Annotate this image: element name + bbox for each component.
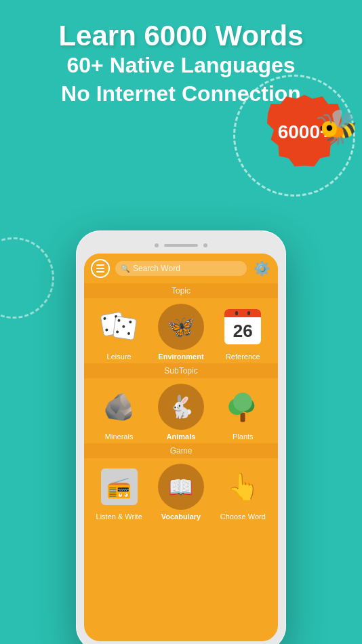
topic-item-environment[interactable]: 🦋 Environment xyxy=(154,304,208,361)
animals-label: Animals xyxy=(167,432,196,441)
topic-item-leisure[interactable]: Leisure xyxy=(92,304,146,361)
listen-write-icon-bg: 📻 xyxy=(96,464,142,510)
phone-topbar: 🔍 Search Word ⚙️ xyxy=(84,254,278,283)
topic-grid: Leisure 🦋 Environment xyxy=(84,298,278,363)
topic-section-label: Topic xyxy=(84,283,278,298)
topic-item-choose-word[interactable]: 👆 Choose Word xyxy=(216,464,270,521)
calendar-ring-left xyxy=(235,311,238,315)
camera-dot-right xyxy=(203,243,207,247)
menu-button[interactable] xyxy=(91,259,110,278)
speaker-bar xyxy=(164,244,198,247)
headline-title: Learn 6000 Words xyxy=(0,20,362,52)
vocabulary-icon-bg: 📖 xyxy=(158,464,204,510)
calendar-number: 26 xyxy=(224,317,261,344)
leisure-icon-bg xyxy=(96,304,142,350)
topic-item-plants[interactable]: Plants xyxy=(216,384,270,441)
camera-dot xyxy=(155,243,159,247)
topic-item-minerals[interactable]: 🪨 Minerals xyxy=(92,384,146,441)
subtopic-section-label: SubTopic xyxy=(84,363,278,378)
phone-screen: 🔍 Search Word ⚙️ Topic xyxy=(84,254,278,641)
stones-icon: 🪨 xyxy=(103,392,135,422)
choose-word-icon-bg: 👆 xyxy=(220,464,266,510)
environment-label: Environment xyxy=(158,353,203,361)
svg-rect-0 xyxy=(241,413,245,422)
plants-label: Plants xyxy=(233,432,254,441)
topic-item-vocabulary[interactable]: 📖 Vocabulary xyxy=(154,464,208,521)
search-icon: 🔍 xyxy=(121,264,130,273)
vocabulary-label: Vocabulary xyxy=(161,512,201,521)
butterfly-icon: 🦋 xyxy=(167,314,195,340)
game-section-label: Game xyxy=(84,443,278,458)
reference-label: Reference xyxy=(226,353,260,361)
book-icon: 📖 xyxy=(168,475,193,499)
settings-button[interactable]: ⚙️ xyxy=(252,259,271,278)
minerals-label: Minerals xyxy=(105,432,134,441)
leisure-label: Leisure xyxy=(107,353,132,361)
phone-mockup: 🔍 Search Word ⚙️ Topic xyxy=(76,230,286,644)
gear-icon: ⚙️ xyxy=(254,260,270,277)
tree-icon xyxy=(225,389,260,424)
calendar-ring-right xyxy=(247,311,250,315)
dashed-arc-left xyxy=(0,237,54,319)
plants-icon-bg xyxy=(220,384,266,430)
topic-item-animals[interactable]: 🐇 Animals xyxy=(154,384,208,441)
environment-icon-bg: 🦋 xyxy=(158,304,204,350)
animals-icon-bg: 🐇 xyxy=(158,384,204,430)
calendar-icon: 26 xyxy=(224,309,261,344)
radio-icon: 📻 xyxy=(101,468,138,505)
dice-icon xyxy=(102,313,137,340)
svg-point-3 xyxy=(233,393,252,411)
rabbit-icon: 🐇 xyxy=(167,394,195,420)
menu-line-1 xyxy=(96,264,104,266)
menu-line-2 xyxy=(96,268,104,269)
game-grid: 📻 Listen & Write 📖 Vocabulary 👆 xyxy=(84,458,278,523)
phone-notch xyxy=(84,239,278,252)
hand-icon: 👆 xyxy=(227,472,259,502)
topic-item-listen-write[interactable]: 📻 Listen & Write xyxy=(92,464,146,521)
subtopic-grid: 🪨 Minerals 🐇 Animals xyxy=(84,378,278,443)
minerals-icon-bg: 🪨 xyxy=(96,384,142,430)
search-bar[interactable]: 🔍 Search Word xyxy=(115,261,247,276)
listen-write-label: Listen & Write xyxy=(96,512,142,521)
search-placeholder-text: Search Word xyxy=(133,264,180,273)
topic-item-reference[interactable]: 26 Reference xyxy=(216,304,270,361)
reference-icon-bg: 26 xyxy=(220,304,266,350)
choose-word-label: Choose Word xyxy=(220,512,266,521)
menu-line-3 xyxy=(96,271,104,273)
